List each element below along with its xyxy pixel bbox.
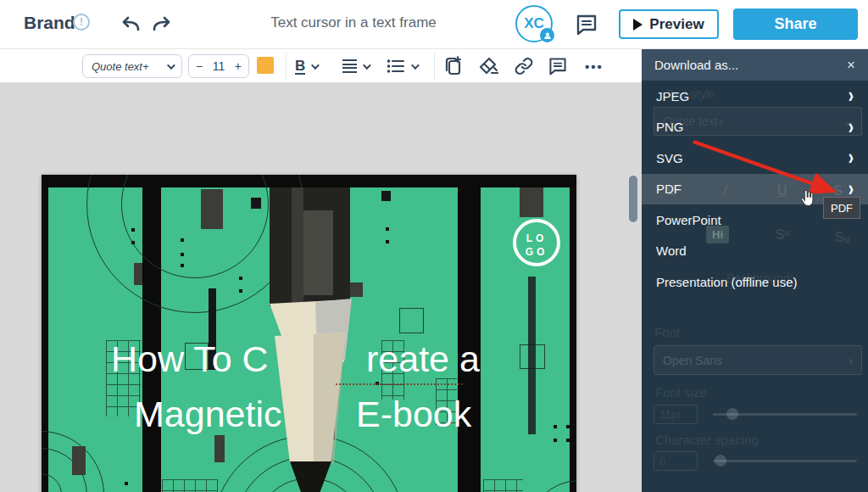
text-color-swatch[interactable] bbox=[257, 57, 274, 74]
download-item-word[interactable]: Word bbox=[642, 236, 868, 267]
font-size-increase[interactable]: + bbox=[235, 59, 242, 73]
ghost-font-select: Open Sans› bbox=[654, 345, 862, 375]
design-canvas[interactable]: How To C reate a Magnetic E-book LO GO Y… bbox=[42, 175, 576, 492]
avatar-user-badge-icon bbox=[540, 28, 554, 42]
chevron-down-icon bbox=[411, 61, 420, 70]
bold-icon: B bbox=[295, 59, 305, 75]
preview-label: Preview bbox=[649, 16, 704, 33]
ghost-spacing-label: Character spacing bbox=[655, 433, 759, 447]
brand-info-icon[interactable]: ! bbox=[73, 14, 90, 31]
headline-line1-right[interactable]: reate a bbox=[366, 338, 480, 380]
hand-cursor bbox=[798, 188, 816, 214]
close-icon[interactable]: × bbox=[847, 57, 855, 74]
redo-icon bbox=[151, 14, 173, 34]
download-item-jpeg[interactable]: JPEG› bbox=[642, 81, 868, 112]
ghost-font-size-label: Font size bbox=[655, 385, 707, 400]
ghost-font-label: Font bbox=[654, 325, 680, 339]
copy-style-icon bbox=[442, 55, 463, 77]
download-panel: Text style Quote text+⌄ B / U S Hi Sᵘ Sᵤ… bbox=[642, 49, 868, 492]
eraser-icon bbox=[478, 56, 500, 76]
logo-text-bottom: GO bbox=[516, 246, 557, 260]
font-size-decrease[interactable]: − bbox=[196, 59, 203, 73]
download-item-label: Presentation (offline use) bbox=[656, 275, 798, 289]
list-icon bbox=[387, 59, 405, 74]
pdf-tooltip: PDF bbox=[823, 197, 860, 219]
chevron-right-icon: › bbox=[849, 114, 854, 140]
text-toolbar: Quote text+ − 11 + B bbox=[0, 49, 642, 83]
text-style-value: Quote text+ bbox=[92, 60, 149, 73]
download-item-label: PNG bbox=[656, 120, 684, 134]
download-item-presentation-offline-use[interactable]: Presentation (offline use) bbox=[642, 266, 868, 298]
ghost-font-size-slider-knob bbox=[726, 408, 738, 420]
chevron-down-icon bbox=[167, 61, 175, 70]
more-options-button[interactable]: ••• bbox=[585, 54, 604, 78]
download-item-svg[interactable]: SVG› bbox=[642, 143, 868, 174]
play-icon bbox=[633, 19, 643, 31]
alignment-button[interactable] bbox=[342, 54, 369, 78]
clear-format-button[interactable] bbox=[478, 54, 500, 78]
download-item-label: PowerPoint bbox=[656, 213, 721, 227]
copy-style-button[interactable] bbox=[442, 54, 463, 78]
download-options-list: JPEG›PNG›SVG›PDF›PowerPointWordPresentat… bbox=[642, 81, 868, 298]
download-item-png[interactable]: PNG› bbox=[642, 112, 868, 143]
share-button[interactable]: Share bbox=[733, 8, 858, 40]
undo-icon bbox=[120, 14, 142, 34]
logo-text-top: LO bbox=[516, 232, 557, 246]
logo-placeholder[interactable]: LO GO bbox=[513, 219, 560, 266]
font-size-value: 11 bbox=[213, 59, 225, 73]
ghost-spacing-slider-knob bbox=[715, 455, 726, 467]
vertical-scrollbar[interactable] bbox=[629, 176, 637, 222]
pencil-illustration bbox=[258, 183, 402, 492]
divider bbox=[434, 53, 435, 80]
divider bbox=[286, 53, 287, 80]
headline-line2-left[interactable]: Magnetic bbox=[134, 394, 281, 435]
text-style-select[interactable]: Quote text+ bbox=[82, 54, 182, 78]
headline-line1-left[interactable]: How To C bbox=[111, 338, 269, 380]
download-panel-title: Download as... bbox=[654, 58, 738, 72]
preview-button[interactable]: Preview bbox=[619, 9, 719, 39]
download-item-label: JPEG bbox=[656, 89, 689, 103]
download-item-label: SVG bbox=[656, 151, 683, 165]
chevron-down-icon bbox=[363, 61, 371, 70]
comment-icon bbox=[575, 13, 598, 36]
download-item-label: Word bbox=[656, 243, 687, 258]
redo-button[interactable] bbox=[151, 14, 173, 34]
chevron-right-icon: › bbox=[849, 83, 854, 109]
comments-button[interactable] bbox=[575, 13, 598, 36]
chevron-right-icon: › bbox=[849, 145, 854, 171]
ghost-spacing-slider bbox=[713, 460, 857, 462]
document-title: Text cursor in a text frame bbox=[226, 14, 481, 31]
comment-icon bbox=[548, 56, 568, 76]
font-size-stepper[interactable]: − 11 + bbox=[188, 54, 249, 78]
top-bar: Brand ! Text cursor in a text frame XC P… bbox=[0, 0, 868, 49]
align-icon bbox=[342, 58, 357, 75]
list-button[interactable] bbox=[387, 54, 417, 78]
link-icon bbox=[514, 56, 534, 76]
brand-label[interactable]: Brand bbox=[24, 13, 75, 33]
text-frame-underline bbox=[336, 383, 463, 385]
user-avatar[interactable]: XC bbox=[515, 5, 553, 42]
avatar-initials: XC bbox=[524, 15, 544, 31]
download-item-label: PDF bbox=[656, 182, 682, 196]
chevron-down-icon bbox=[311, 61, 320, 70]
download-panel-header: Download as... × bbox=[642, 49, 868, 81]
undo-button[interactable] bbox=[120, 14, 142, 34]
link-button[interactable] bbox=[514, 54, 534, 78]
comment-text-button[interactable] bbox=[548, 54, 568, 78]
ghost-font-size-input: 11pt bbox=[654, 405, 698, 424]
ghost-spacing-input: 0 bbox=[654, 451, 698, 471]
bold-button[interactable]: B bbox=[295, 54, 317, 78]
headline-line2-right[interactable]: E-book bbox=[356, 394, 471, 435]
